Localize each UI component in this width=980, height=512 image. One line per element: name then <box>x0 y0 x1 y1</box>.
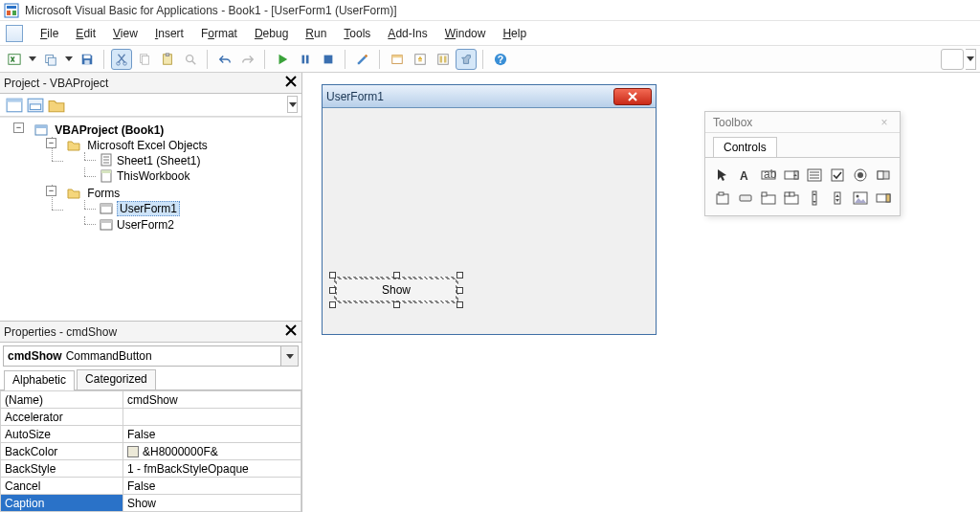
menu-edit[interactable]: Edit <box>68 24 103 43</box>
toolbox-titlebar[interactable]: Toolbox × <box>705 112 900 133</box>
menu-file[interactable]: File <box>33 24 66 43</box>
save-icon[interactable] <box>77 49 98 70</box>
tool-refedit-icon[interactable] <box>874 189 893 208</box>
project-tree[interactable]: − VBAProject (Book1) − Microsoft Excel O… <box>0 117 301 321</box>
project-explorer-icon[interactable] <box>387 49 408 70</box>
run-icon[interactable] <box>272 49 293 70</box>
redo-icon[interactable] <box>237 49 258 70</box>
property-value[interactable]: False <box>123 426 301 443</box>
property-row[interactable]: AutoSizeFalse <box>1 426 301 443</box>
tree-collapse-icon[interactable]: − <box>13 122 24 133</box>
tool-combobox-icon[interactable] <box>782 166 801 185</box>
toolbar-overflow-dropdown[interactable] <box>966 49 976 70</box>
design-mode-icon[interactable] <box>352 49 373 70</box>
excel-icon[interactable] <box>4 49 25 70</box>
tree-sheet1[interactable]: Sheet1 (Sheet1) <box>117 153 200 167</box>
property-value[interactable]: &H8000000F& <box>123 443 301 460</box>
tool-pointer-icon[interactable] <box>713 166 732 185</box>
project-toolbar-dropdown[interactable] <box>287 96 298 113</box>
tool-image-icon[interactable] <box>851 189 870 208</box>
tree-collapse-icon[interactable]: − <box>46 186 56 196</box>
toolbox-icon[interactable] <box>456 49 477 70</box>
menu-help[interactable]: Help <box>495 24 534 43</box>
tree-userform2[interactable]: UserForm2 <box>117 218 174 232</box>
form-designer-icon[interactable] <box>6 25 23 42</box>
property-value[interactable]: 1 - fmBackStyleOpaque <box>123 460 301 478</box>
tab-categorized[interactable]: Categorized <box>77 369 156 390</box>
tool-label-icon[interactable]: A <box>736 166 755 185</box>
property-value[interactable]: Show <box>123 495 301 512</box>
menu-insert[interactable]: Insert <box>147 24 191 43</box>
object-selector-dropdown[interactable]: cmdShow CommandButton <box>3 345 299 367</box>
userform-canvas[interactable]: Show <box>323 108 656 334</box>
tool-optionbutton-icon[interactable] <box>851 166 870 185</box>
svg-rect-28 <box>7 99 22 101</box>
tool-scrollbar-icon[interactable] <box>805 189 824 208</box>
tree-thisworkbook[interactable]: ThisWorkbook <box>117 169 189 183</box>
view-code-icon[interactable] <box>6 97 23 114</box>
property-row[interactable]: BackColor&H8000000F& <box>1 443 301 460</box>
tree-excel-objects[interactable]: Microsoft Excel Objects <box>87 139 207 152</box>
toolbar-blank-button[interactable] <box>941 49 964 70</box>
menu-window[interactable]: Window <box>437 24 494 43</box>
svg-rect-37 <box>100 204 112 207</box>
svg-rect-14 <box>166 53 169 56</box>
menu-tools[interactable]: Tools <box>336 24 378 43</box>
property-row[interactable]: CancelFalse <box>1 478 301 495</box>
toolbox-close-icon[interactable]: × <box>877 115 892 130</box>
tree-root[interactable]: VBAProject (Book1) <box>55 123 164 137</box>
property-row[interactable]: (Name)cmdShow <box>1 391 301 409</box>
toggle-folders-icon[interactable] <box>48 97 65 114</box>
property-grid[interactable]: (Name)cmdShowAcceleratorAutoSizeFalseBac… <box>0 390 301 512</box>
break-icon[interactable] <box>295 49 316 70</box>
help-icon[interactable]: ? <box>490 49 511 70</box>
tool-checkbox-icon[interactable] <box>828 166 847 185</box>
tool-togglebutton-icon[interactable] <box>874 166 893 185</box>
tool-textbox-icon[interactable]: ab| <box>759 166 778 185</box>
tool-multipage-icon[interactable] <box>782 189 801 208</box>
tool-listbox-icon[interactable] <box>805 166 824 185</box>
tab-alphabetic[interactable]: Alphabetic <box>4 370 75 390</box>
menu-addins[interactable]: Add-Ins <box>380 24 434 43</box>
userform-designer[interactable]: UserForm1 Show <box>322 84 657 335</box>
svg-text:A: A <box>740 169 748 183</box>
property-value[interactable] <box>123 409 301 426</box>
undo-icon[interactable] <box>214 49 235 70</box>
property-row[interactable]: CaptionShow <box>1 495 301 512</box>
toolbox-window[interactable]: Toolbox × Controls A ab| <box>704 111 901 216</box>
menu-debug[interactable]: Debug <box>247 24 296 43</box>
property-row[interactable]: Accelerator <box>1 409 301 426</box>
dropdown-arrow-icon[interactable] <box>280 346 298 366</box>
menu-run[interactable]: Run <box>298 24 334 43</box>
tree-userform1[interactable]: UserForm1 <box>117 201 180 216</box>
tree-collapse-icon[interactable]: − <box>46 138 56 148</box>
object-browser-icon[interactable] <box>433 49 454 70</box>
cut-icon[interactable] <box>111 49 132 70</box>
property-row[interactable]: BackStyle1 - fmBackStyleOpaque <box>1 460 301 478</box>
property-value[interactable]: cmdShow <box>123 391 301 409</box>
toolbox-tab-controls[interactable]: Controls <box>713 137 777 157</box>
reset-icon[interactable] <box>318 49 339 70</box>
tree-forms[interactable]: Forms <box>87 187 120 200</box>
tool-tabstrip-icon[interactable] <box>759 189 778 208</box>
find-icon[interactable] <box>180 49 201 70</box>
properties-window-icon[interactable] <box>410 49 431 70</box>
insert-component-icon[interactable] <box>40 49 61 70</box>
paste-icon[interactable] <box>157 49 178 70</box>
userform-close-button[interactable] <box>613 88 652 105</box>
tool-spinbutton-icon[interactable] <box>828 189 847 208</box>
view-object-icon[interactable] <box>27 97 44 114</box>
userform-titlebar[interactable]: UserForm1 <box>323 85 656 108</box>
menu-view[interactable]: View <box>105 24 145 43</box>
property-value[interactable]: False <box>123 478 301 495</box>
properties-panel-close-icon[interactable] <box>284 323 298 340</box>
tool-commandbutton-icon[interactable] <box>736 189 755 208</box>
command-button-show[interactable]: Show <box>334 277 458 303</box>
tool-frame-icon[interactable] <box>713 189 732 208</box>
menu-format[interactable]: Format <box>193 24 245 43</box>
excel-dropdown[interactable] <box>27 49 38 70</box>
project-panel-close-icon[interactable] <box>284 75 298 91</box>
insert-dropdown[interactable] <box>63 49 75 70</box>
object-name: cmdShow <box>8 349 62 363</box>
copy-icon[interactable] <box>134 49 155 70</box>
